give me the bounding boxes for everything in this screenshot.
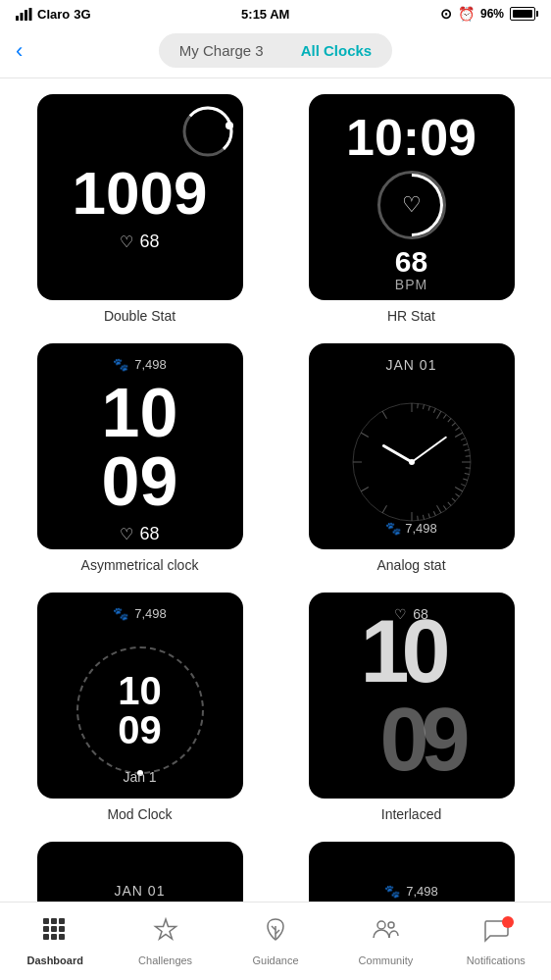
svg-line-28 bbox=[461, 438, 466, 440]
partial2-steps-val: 7,498 bbox=[406, 884, 438, 899]
interlaced-minute: 09 bbox=[379, 691, 462, 789]
hr-stat-ring: ♡ bbox=[377, 171, 446, 239]
svg-point-60 bbox=[388, 922, 394, 928]
svg-line-23 bbox=[433, 408, 435, 413]
svg-line-36 bbox=[455, 493, 459, 496]
partial2-steps-icon: 🐾 bbox=[384, 884, 400, 899]
clock-item-mod[interactable]: 🐾 7,498 10 09 Jan 1 Mod Clock bbox=[12, 593, 268, 822]
clock-face-hr-stat: 10:09 ♡ 68 BPM bbox=[309, 94, 515, 300]
asym-minute: 09 bbox=[102, 447, 178, 516]
interlaced-hour: 10 bbox=[360, 602, 442, 700]
analog-ticks bbox=[348, 398, 476, 526]
svg-line-25 bbox=[447, 418, 450, 422]
circle-icon: ⊙ bbox=[440, 6, 452, 22]
svg-line-22 bbox=[427, 406, 429, 411]
mod-steps: 7,498 bbox=[134, 606, 167, 621]
nav-item-community[interactable]: Community bbox=[330, 906, 440, 966]
svg-line-31 bbox=[465, 456, 470, 457]
tab-my-charge[interactable]: My Charge 3 bbox=[162, 36, 281, 65]
hr-stat-bpm-label: BPM bbox=[395, 277, 427, 292]
community-label: Community bbox=[359, 954, 414, 966]
battery-icon bbox=[510, 7, 535, 21]
svg-line-34 bbox=[463, 479, 468, 481]
notification-badge bbox=[502, 916, 514, 928]
alarm-icon: ⏰ bbox=[458, 6, 475, 22]
svg-rect-3 bbox=[29, 8, 32, 21]
analog-label: Analog stat bbox=[376, 557, 445, 573]
clock-item-interlaced[interactable]: ♡ 68 10 09 Interlaced bbox=[283, 593, 539, 822]
asym-steps-icon: 🐾 bbox=[113, 357, 128, 372]
svg-rect-48 bbox=[51, 918, 57, 924]
hr-stat-time: 10:09 bbox=[346, 112, 476, 163]
svg-line-37 bbox=[451, 498, 455, 501]
svg-line-30 bbox=[464, 450, 469, 451]
carrier-label: Claro bbox=[37, 7, 70, 22]
mod-hour: 10 bbox=[118, 671, 162, 710]
svg-line-35 bbox=[461, 484, 466, 486]
signal-icon bbox=[16, 8, 33, 21]
svg-rect-2 bbox=[25, 10, 27, 21]
svg-line-13 bbox=[436, 505, 441, 513]
asym-label: Asymmetrical clock bbox=[81, 557, 199, 573]
svg-line-16 bbox=[361, 488, 369, 492]
mod-minute: 09 bbox=[118, 710, 162, 749]
people-icon bbox=[372, 916, 399, 944]
clock-face-double-stat: 1009 ♡ 68 bbox=[37, 94, 243, 300]
status-bar: Claro 3G 5:15 AM ⊙ ⏰ 96% bbox=[0, 0, 551, 26]
guidance-icon bbox=[262, 916, 289, 951]
clock-item-asym[interactable]: 🐾 7,498 10 09 ♡ 68 Asymmetrical clock bbox=[12, 343, 268, 573]
guidance-label: Guidance bbox=[252, 954, 298, 966]
svg-rect-51 bbox=[51, 926, 57, 932]
svg-rect-50 bbox=[43, 926, 49, 932]
partial2-steps: 🐾 7,498 bbox=[384, 884, 438, 899]
tab-group: My Charge 3 All Clocks bbox=[159, 33, 392, 68]
back-button[interactable]: ‹ bbox=[16, 38, 23, 64]
svg-rect-55 bbox=[59, 934, 65, 940]
asym-steps: 7,498 bbox=[134, 357, 167, 372]
hr-stat-heart-icon: ♡ bbox=[402, 192, 422, 218]
nav-item-guidance[interactable]: Guidance bbox=[221, 906, 330, 966]
tab-all-clocks[interactable]: All Clocks bbox=[283, 36, 390, 65]
clocks-grid: 1009 ♡ 68 Double Stat 10:09 ♡ 68 BPM HR … bbox=[0, 78, 551, 955]
asym-heart-icon: ♡ bbox=[120, 525, 133, 543]
svg-line-32 bbox=[465, 468, 470, 469]
svg-line-29 bbox=[463, 443, 468, 445]
svg-line-24 bbox=[443, 414, 446, 418]
heart-icon: ♡ bbox=[120, 232, 133, 251]
clock-face-mod: 🐾 7,498 10 09 Jan 1 bbox=[37, 593, 243, 799]
interlaced-label: Interlaced bbox=[381, 806, 441, 822]
star-icon bbox=[152, 916, 179, 944]
analog-steps-icon: 🐾 bbox=[385, 521, 401, 536]
interlaced-time-container: 10 09 bbox=[309, 593, 515, 799]
nav-item-dashboard[interactable]: Dashboard bbox=[0, 906, 110, 966]
mod-label: Mod Clock bbox=[107, 806, 172, 822]
svg-line-42 bbox=[423, 515, 424, 520]
svg-rect-0 bbox=[16, 16, 19, 21]
partial1-date: JAN 01 bbox=[115, 883, 166, 899]
analog-steps: 🐾 7,498 bbox=[385, 521, 437, 536]
community-icon bbox=[372, 916, 399, 951]
clock-face-interlaced: ♡ 68 10 09 bbox=[309, 593, 515, 799]
svg-line-18 bbox=[361, 433, 369, 438]
double-stat-arc bbox=[178, 102, 237, 161]
svg-line-12 bbox=[455, 488, 463, 492]
clock-item-double-stat[interactable]: 1009 ♡ 68 Double Stat bbox=[12, 94, 268, 324]
mod-circle: 10 09 bbox=[76, 646, 204, 774]
clock-item-hr-stat[interactable]: 10:09 ♡ 68 BPM HR Stat bbox=[283, 94, 539, 324]
asym-bpm: 68 bbox=[139, 524, 159, 544]
svg-line-20 bbox=[417, 403, 418, 408]
clock-item-analog[interactable]: JAN 01 bbox=[283, 343, 539, 573]
nav-item-challenges[interactable]: Challenges bbox=[110, 906, 220, 966]
svg-line-41 bbox=[427, 513, 429, 518]
hr-stat-bpm-num: 68 bbox=[395, 247, 427, 277]
status-carrier: Claro 3G bbox=[16, 7, 91, 22]
svg-rect-54 bbox=[51, 934, 57, 940]
svg-rect-1 bbox=[21, 13, 24, 21]
asym-steps-row: 🐾 7,498 bbox=[37, 357, 243, 372]
svg-line-43 bbox=[417, 516, 418, 521]
svg-line-21 bbox=[423, 404, 424, 409]
svg-line-38 bbox=[447, 502, 450, 506]
svg-line-45 bbox=[412, 438, 446, 462]
svg-rect-52 bbox=[59, 926, 65, 932]
nav-item-notifications[interactable]: Notifications bbox=[441, 906, 551, 966]
